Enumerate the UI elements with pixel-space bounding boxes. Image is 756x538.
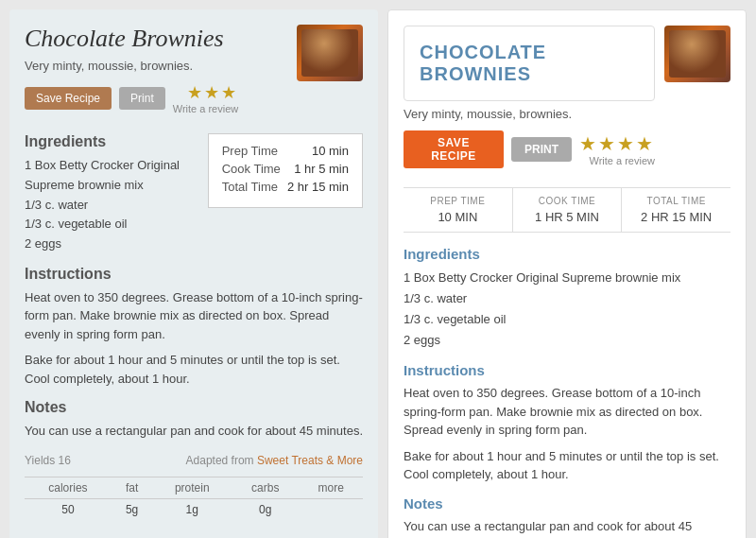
left-instructions-section: Instructions Heat oven to 350 degrees. G… (25, 266, 363, 389)
right-instructions-section: Instructions Heat oven to 350 degrees. G… (404, 362, 730, 484)
left-nutrition-fat-header: fat (112, 477, 153, 498)
left-panel: Chocolate Brownies Very minty, moussie, … (9, 9, 378, 538)
list-item: 1 Box Betty Crocker Original Supreme bro… (404, 268, 730, 288)
left-nutrition-more-header: more (299, 477, 363, 498)
left-yields: Yields 16 (25, 454, 71, 467)
left-instruction-1: Heat oven to 350 degrees. Grease bottom … (25, 288, 363, 344)
right-prep-value: 10 MIN (407, 210, 508, 224)
left-print-button[interactable]: Print (119, 87, 165, 110)
left-nutrition-calories-header: calories (25, 477, 112, 498)
left-instructions-title: Instructions (25, 266, 363, 283)
right-write-review[interactable]: Write a review (590, 155, 655, 166)
left-cook-label: Cook Time (222, 162, 281, 176)
left-total-value: 2 hr 15 min (287, 180, 349, 194)
right-panel: CHOCOLATE BROWNIES Very minty, moussie, … (387, 9, 747, 538)
left-nutrition-fat-val: 5g (112, 498, 153, 520)
right-prep-label: PREP TIME (407, 196, 508, 206)
main-container: Chocolate Brownies Very minty, moussie, … (9, 9, 747, 538)
right-prep-cell: PREP TIME 10 MIN (404, 188, 513, 232)
left-ingredients-title: Ingredients (25, 133, 198, 150)
right-notes-text: You can use a rectangular pan and cook f… (404, 517, 730, 538)
right-cook-label: COOK TIME (517, 196, 618, 206)
list-item: 2 eggs (404, 330, 730, 351)
left-notes-section: Notes You can use a rectangular pan and … (25, 399, 363, 441)
left-cook-value: 1 hr 5 min (294, 162, 349, 176)
right-notes-title: Notes (404, 495, 730, 512)
left-action-row: Save Recipe Print ★★★ Write a review (25, 82, 238, 114)
right-subtitle: Very minty, moussie, brownies. (404, 107, 655, 121)
left-notes-text: You can use a rectangular pan and cook f… (25, 422, 363, 441)
left-adapted-link[interactable]: Sweet Treats & More (257, 454, 363, 467)
left-prep-value: 10 min (312, 144, 349, 158)
right-instructions-title: Instructions (404, 362, 730, 378)
left-nutrition-carbs-val: 0g (232, 498, 299, 520)
right-recipe-image (664, 26, 730, 82)
list-item: 2 eggs (25, 234, 198, 254)
right-total-cell: TOTAL TIME 2 HR 15 MIN (622, 188, 730, 232)
left-nutrition-table: calories fat protein carbs more 50 5g 1g… (25, 477, 363, 520)
left-nutrition-protein-header: protein (152, 477, 232, 498)
right-time-grid: PREP TIME 10 MIN COOK TIME 1 HR 5 MIN TO… (404, 187, 730, 233)
left-adapted: Adapted from Sweet Treats & More (186, 454, 363, 467)
right-cook-cell: COOK TIME 1 HR 5 MIN (513, 188, 623, 232)
left-nutrition-protein-val: 1g (152, 498, 232, 520)
nutrition-data-row: 50 5g 1g 0g (25, 498, 363, 520)
right-cook-value: 1 HR 5 MIN (517, 210, 618, 224)
left-write-review[interactable]: Write a review (173, 103, 238, 114)
right-instruction-2: Bake for about 1 hour and 5 minutes or u… (404, 447, 730, 484)
right-print-button[interactable]: PRINT (511, 137, 572, 162)
right-notes-section: Notes You can use a rectangular pan and … (404, 495, 730, 538)
left-subtitle: Very minty, moussie, brownies. (25, 59, 238, 73)
right-ingredients-title: Ingredients (404, 246, 730, 262)
list-item: 1/3 c. water (404, 288, 730, 309)
left-save-button[interactable]: Save Recipe (25, 87, 112, 110)
nutrition-header-row: calories fat protein carbs more (25, 477, 363, 498)
right-stars-section: ★★★★ Write a review (579, 132, 655, 166)
right-total-label: TOTAL TIME (626, 196, 727, 206)
left-instruction-2: Bake for about 1 hour and 5 minutes or u… (25, 351, 363, 388)
right-total-value: 2 HR 15 MIN (626, 210, 727, 224)
right-title: CHOCOLATE BROWNIES (404, 26, 655, 101)
left-stars[interactable]: ★★★ (187, 82, 238, 103)
list-item: 1/3 c. vegetable oil (404, 309, 730, 330)
left-yields-row: Yields 16 Adapted from Sweet Treats & Mo… (25, 454, 363, 467)
left-nutrition-more-val (299, 498, 363, 520)
left-ingredient-list: 1 Box Betty Crocker Original Supreme bro… (25, 156, 198, 254)
right-save-button[interactable]: SAVE RECIPE (404, 130, 504, 168)
left-nutrition-calories-val: 50 (25, 498, 112, 520)
left-ingredients-section: Ingredients 1 Box Betty Crocker Original… (25, 133, 363, 254)
right-instruction-1: Heat oven to 350 degrees. Grease bottom … (404, 384, 730, 440)
left-nutrition-carbs-header: carbs (232, 477, 299, 498)
list-item: 1/3 c. water (25, 196, 198, 216)
list-item: 1/3 c. vegetable oil (25, 215, 198, 234)
left-prep-label: Prep Time (222, 144, 278, 158)
left-title: Chocolate Brownies (25, 25, 238, 53)
list-item: 1 Box Betty Crocker Original Supreme bro… (25, 156, 198, 196)
left-notes-title: Notes (25, 399, 363, 416)
left-total-label: Total Time (222, 180, 278, 194)
left-time-box: Prep Time 10 min Cook Time 1 hr 5 min To… (208, 133, 363, 208)
right-action-row: SAVE RECIPE PRINT ★★★★ Write a review (404, 130, 655, 168)
left-stars-section: ★★★ Write a review (173, 82, 238, 114)
left-recipe-image (297, 25, 363, 81)
right-stars[interactable]: ★★★★ (579, 132, 655, 155)
right-ingredient-list: 1 Box Betty Crocker Original Supreme bro… (404, 268, 730, 351)
